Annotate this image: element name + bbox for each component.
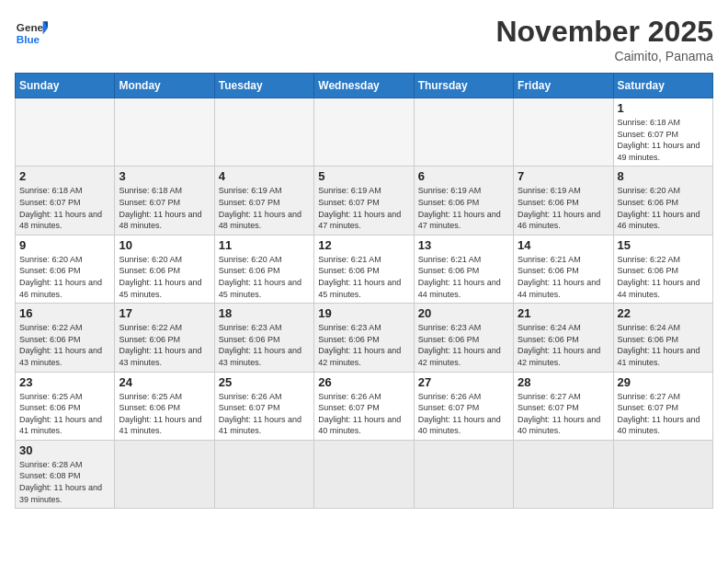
day-info: Sunrise: 6:26 AM Sunset: 6:07 PM Dayligh… [318, 391, 409, 437]
day-cell: 19Sunrise: 6:23 AM Sunset: 6:06 PM Dayli… [314, 304, 414, 372]
day-info: Sunrise: 6:27 AM Sunset: 6:07 PM Dayligh… [618, 391, 709, 437]
week-row-1: 1Sunrise: 6:18 AM Sunset: 6:07 PM Daylig… [16, 98, 713, 167]
day-cell: 24Sunrise: 6:25 AM Sunset: 6:06 PM Dayli… [115, 372, 214, 440]
week-row-4: 16Sunrise: 6:22 AM Sunset: 6:06 PM Dayli… [16, 304, 713, 372]
month-title: November 2025 [495, 15, 713, 49]
day-info: Sunrise: 6:19 AM Sunset: 6:06 PM Dayligh… [418, 185, 509, 231]
day-info: Sunrise: 6:19 AM Sunset: 6:07 PM Dayligh… [318, 185, 409, 231]
day-cell: 9Sunrise: 6:20 AM Sunset: 6:06 PM Daylig… [16, 235, 115, 303]
day-info: Sunrise: 6:19 AM Sunset: 6:06 PM Dayligh… [518, 185, 609, 231]
day-cell: 12Sunrise: 6:21 AM Sunset: 6:06 PM Dayli… [314, 235, 414, 303]
day-number: 2 [19, 169, 110, 183]
day-cell: 25Sunrise: 6:26 AM Sunset: 6:07 PM Dayli… [214, 372, 313, 440]
day-info: Sunrise: 6:20 AM Sunset: 6:06 PM Dayligh… [19, 254, 110, 300]
calendar-header: SundayMondayTuesdayWednesdayThursdayFrid… [16, 74, 713, 98]
day-cell [314, 98, 414, 167]
day-cell: 13Sunrise: 6:21 AM Sunset: 6:06 PM Dayli… [414, 235, 513, 303]
location: Caimito, Panama [495, 49, 713, 63]
day-number: 1 [618, 101, 709, 115]
day-info: Sunrise: 6:20 AM Sunset: 6:06 PM Dayligh… [219, 254, 310, 300]
day-cell: 22Sunrise: 6:24 AM Sunset: 6:06 PM Dayli… [613, 304, 712, 372]
day-info: Sunrise: 6:20 AM Sunset: 6:06 PM Dayligh… [618, 185, 709, 231]
day-number: 16 [19, 306, 110, 320]
logo-icon: General Blue [15, 15, 48, 48]
day-cell [613, 440, 712, 508]
day-cell: 3Sunrise: 6:18 AM Sunset: 6:07 PM Daylig… [115, 167, 214, 235]
day-cell: 27Sunrise: 6:26 AM Sunset: 6:07 PM Dayli… [414, 372, 513, 440]
day-info: Sunrise: 6:22 AM Sunset: 6:06 PM Dayligh… [119, 322, 210, 368]
day-info: Sunrise: 6:23 AM Sunset: 6:06 PM Dayligh… [219, 322, 310, 368]
day-info: Sunrise: 6:22 AM Sunset: 6:06 PM Dayligh… [618, 254, 709, 300]
week-row-6: 30Sunrise: 6:28 AM Sunset: 6:08 PM Dayli… [16, 440, 713, 508]
day-cell: 29Sunrise: 6:27 AM Sunset: 6:07 PM Dayli… [613, 372, 712, 440]
day-cell: 1Sunrise: 6:18 AM Sunset: 6:07 PM Daylig… [613, 98, 712, 167]
day-number: 8 [618, 169, 709, 183]
day-number: 19 [318, 306, 409, 320]
day-info: Sunrise: 6:18 AM Sunset: 6:07 PM Dayligh… [618, 117, 709, 163]
day-header-monday: Monday [115, 74, 214, 98]
day-cell: 7Sunrise: 6:19 AM Sunset: 6:06 PM Daylig… [514, 167, 613, 235]
day-cell: 11Sunrise: 6:20 AM Sunset: 6:06 PM Dayli… [214, 235, 313, 303]
day-number: 11 [219, 238, 310, 252]
day-number: 7 [518, 169, 609, 183]
day-info: Sunrise: 6:25 AM Sunset: 6:06 PM Dayligh… [19, 391, 110, 437]
day-info: Sunrise: 6:24 AM Sunset: 6:06 PM Dayligh… [618, 322, 709, 368]
day-header-tuesday: Tuesday [214, 74, 313, 98]
day-info: Sunrise: 6:26 AM Sunset: 6:07 PM Dayligh… [219, 391, 310, 437]
day-cell: 2Sunrise: 6:18 AM Sunset: 6:07 PM Daylig… [16, 167, 115, 235]
day-number: 30 [19, 443, 110, 457]
day-number: 9 [19, 238, 110, 252]
day-cell [514, 440, 613, 508]
day-cell: 5Sunrise: 6:19 AM Sunset: 6:07 PM Daylig… [314, 167, 414, 235]
day-cell: 21Sunrise: 6:24 AM Sunset: 6:06 PM Dayli… [514, 304, 613, 372]
day-number: 23 [19, 375, 110, 389]
day-info: Sunrise: 6:25 AM Sunset: 6:06 PM Dayligh… [119, 391, 210, 437]
day-number: 10 [119, 238, 210, 252]
day-cell [16, 98, 115, 167]
day-number: 14 [518, 238, 609, 252]
day-cell [115, 440, 214, 508]
day-cell: 15Sunrise: 6:22 AM Sunset: 6:06 PM Dayli… [613, 235, 712, 303]
day-info: Sunrise: 6:21 AM Sunset: 6:06 PM Dayligh… [318, 254, 409, 300]
day-info: Sunrise: 6:24 AM Sunset: 6:06 PM Dayligh… [518, 322, 609, 368]
svg-text:Blue: Blue [17, 33, 40, 45]
day-cell: 16Sunrise: 6:22 AM Sunset: 6:06 PM Dayli… [16, 304, 115, 372]
day-header-friday: Friday [514, 74, 613, 98]
day-info: Sunrise: 6:21 AM Sunset: 6:06 PM Dayligh… [418, 254, 509, 300]
day-number: 25 [219, 375, 310, 389]
day-info: Sunrise: 6:22 AM Sunset: 6:06 PM Dayligh… [19, 322, 110, 368]
day-info: Sunrise: 6:18 AM Sunset: 6:07 PM Dayligh… [19, 185, 110, 231]
calendar-body: 1Sunrise: 6:18 AM Sunset: 6:07 PM Daylig… [16, 98, 713, 509]
day-number: 6 [418, 169, 509, 183]
day-cell [414, 98, 513, 167]
day-cell: 23Sunrise: 6:25 AM Sunset: 6:06 PM Dayli… [16, 372, 115, 440]
day-cell [314, 440, 414, 508]
calendar-table: SundayMondayTuesdayWednesdayThursdayFrid… [15, 73, 713, 509]
logo: General Blue [15, 15, 48, 48]
day-header-wednesday: Wednesday [314, 74, 414, 98]
day-header-thursday: Thursday [414, 74, 513, 98]
day-header-saturday: Saturday [613, 74, 712, 98]
week-row-2: 2Sunrise: 6:18 AM Sunset: 6:07 PM Daylig… [16, 167, 713, 235]
day-number: 15 [618, 238, 709, 252]
title-block: November 2025 Caimito, Panama [495, 15, 713, 63]
day-info: Sunrise: 6:27 AM Sunset: 6:07 PM Dayligh… [518, 391, 609, 437]
week-row-3: 9Sunrise: 6:20 AM Sunset: 6:06 PM Daylig… [16, 235, 713, 303]
day-number: 13 [418, 238, 509, 252]
day-cell: 20Sunrise: 6:23 AM Sunset: 6:06 PM Dayli… [414, 304, 513, 372]
day-info: Sunrise: 6:26 AM Sunset: 6:07 PM Dayligh… [418, 391, 509, 437]
day-cell: 6Sunrise: 6:19 AM Sunset: 6:06 PM Daylig… [414, 167, 513, 235]
day-cell [214, 440, 313, 508]
day-number: 27 [418, 375, 509, 389]
day-cell: 8Sunrise: 6:20 AM Sunset: 6:06 PM Daylig… [613, 167, 712, 235]
day-info: Sunrise: 6:19 AM Sunset: 6:07 PM Dayligh… [219, 185, 310, 231]
day-number: 22 [618, 306, 709, 320]
day-info: Sunrise: 6:18 AM Sunset: 6:07 PM Dayligh… [119, 185, 210, 231]
day-number: 29 [618, 375, 709, 389]
day-number: 4 [219, 169, 310, 183]
day-info: Sunrise: 6:20 AM Sunset: 6:06 PM Dayligh… [119, 254, 210, 300]
day-cell: 17Sunrise: 6:22 AM Sunset: 6:06 PM Dayli… [115, 304, 214, 372]
day-number: 24 [119, 375, 210, 389]
day-cell: 14Sunrise: 6:21 AM Sunset: 6:06 PM Dayli… [514, 235, 613, 303]
day-cell: 10Sunrise: 6:20 AM Sunset: 6:06 PM Dayli… [115, 235, 214, 303]
